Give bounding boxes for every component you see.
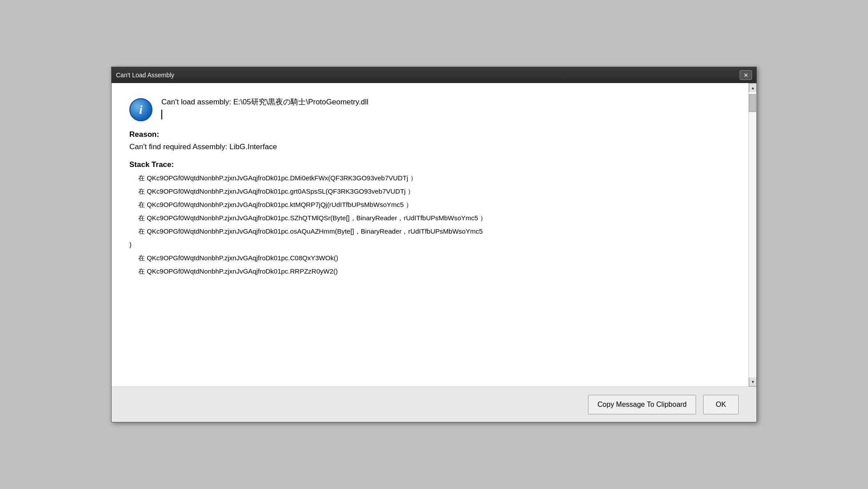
scroll-area[interactable]: i Can't load assembly: E:\05研究\黒夜の騎士\Pro…: [112, 83, 748, 386]
stack-trace-item-4: 在 QKc9OPGf0WqtdNonbhP.zjxnJvGAqjfroDk01p…: [138, 226, 731, 237]
stack-trace-item-3: 在 QKc9OPGf0WqtdNonbhP.zjxnJvGAqjfroDk01p…: [138, 213, 731, 223]
message-area: i Can't load assembly: E:\05研究\黒夜の騎士\Pro…: [112, 83, 748, 386]
header-row: i Can't load assembly: E:\05研究\黒夜の騎士\Pro…: [129, 96, 731, 121]
stack-trace-item-7: 在 QKc9OPGf0WqtdNonbhP.zjxnJvGAqjfroDk01p…: [138, 266, 731, 277]
reason-text: Can't find required Assembly: LibG.Inter…: [129, 143, 731, 151]
dialog-window: Can't Load Assembly ✕ i Can't load assem…: [111, 67, 757, 422]
scroll-thumb[interactable]: [749, 94, 756, 112]
stack-trace-item-6: 在 QKc9OPGf0WqtdNonbhP.zjxnJvGAqjfroDk01p…: [138, 253, 731, 263]
dialog-footer: Copy Message To Clipboard OK: [112, 386, 756, 422]
scroll-down-button[interactable]: ▼: [749, 378, 756, 386]
text-cursor: [161, 110, 162, 119]
stack-trace-item-1: 在 QKc9OPGf0WqtdNonbhP.zjxnJvGAqjfroDk01p…: [138, 186, 731, 197]
dialog-content: i Can't load assembly: E:\05研究\黒夜の騎士\Pro…: [112, 83, 756, 386]
stack-trace-item-2: 在 QKc9OPGf0WqtdNonbhP.zjxnJvGAqjfroDk01p…: [138, 199, 731, 210]
stack-trace-item-0: 在 QKc9OPGf0WqtdNonbhP.zjxnJvGAqjfroDk01p…: [138, 173, 731, 183]
ok-button[interactable]: OK: [703, 395, 739, 414]
info-icon: i: [129, 98, 152, 121]
scroll-track: [749, 92, 756, 378]
window-title: Can't Load Assembly: [116, 72, 174, 79]
stack-trace-item-5: ): [129, 239, 731, 250]
info-icon-circle: i: [129, 98, 152, 121]
main-message: Can't load assembly: E:\05研究\黒夜の騎士\Proto…: [161, 98, 368, 106]
title-bar: Can't Load Assembly ✕: [112, 67, 756, 83]
scroll-up-button[interactable]: ▲: [749, 83, 756, 92]
scrollbar: ▲ ▼: [748, 83, 756, 386]
main-message-container: Can't load assembly: E:\05研究\黒夜の騎士\Proto…: [161, 96, 368, 119]
stack-trace-label: Stack Trace:: [129, 160, 731, 169]
info-letter: i: [139, 103, 143, 117]
reason-label: Reason:: [129, 130, 731, 139]
close-button[interactable]: ✕: [740, 70, 752, 80]
copy-message-button[interactable]: Copy Message To Clipboard: [588, 395, 696, 414]
